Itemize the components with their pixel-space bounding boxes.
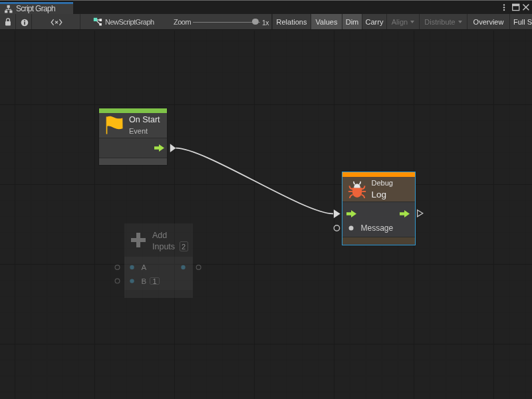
tab-script-graph[interactable]: Script Graph — [0, 1, 73, 14]
value-input-port-dot[interactable] — [348, 225, 354, 231]
trigger-input-arrow-icon[interactable] — [346, 210, 356, 217]
carry-button[interactable]: Carry — [362, 14, 386, 29]
values-button[interactable]: Values — [311, 14, 342, 29]
node-on-start[interactable]: On Start Event — [98, 108, 168, 166]
close-icon[interactable] — [522, 0, 530, 14]
toolbar: NewScriptGraph Zoom 1x Relations Values … — [0, 14, 532, 30]
node-on-start-subtitle: Event — [129, 127, 148, 135]
toolbar-buttons: Relations Values Dim Carry Align Distrib… — [272, 14, 532, 29]
graph-name-label[interactable]: NewScriptGraph — [105, 18, 154, 26]
node-on-start-footer — [99, 158, 167, 166]
align-button[interactable]: Align — [386, 14, 419, 29]
trigger-output-arrow-icon[interactable] — [154, 144, 164, 152]
overview-button[interactable]: Overview — [467, 14, 509, 29]
dropdown-arrow-icon — [458, 21, 462, 23]
code-variables-icon[interactable] — [51, 19, 63, 26]
script-graph-icon — [5, 5, 13, 13]
zoom-value: 1x — [262, 19, 269, 27]
zoom-slider-handle[interactable] — [252, 19, 259, 25]
node-add-ports — [124, 223, 193, 298]
maximize-icon[interactable] — [512, 0, 520, 14]
node-debug-message-label: Message — [361, 223, 394, 233]
trigger-output-arrow-icon[interactable] — [400, 210, 410, 217]
node-debug-color-bar — [342, 172, 415, 177]
graph-canvas[interactable]: On Start Event Add Inputs 2 A B 1 — [0, 31, 532, 399]
distribute-button[interactable]: Distribute — [419, 14, 467, 29]
node-debug-surtitle: Debug — [372, 179, 393, 187]
node-debug-title: Log — [372, 190, 387, 200]
full-screen-button[interactable]: Full Screen — [509, 14, 532, 29]
node-debug-log[interactable]: Debug Log Message — [342, 172, 416, 245]
flag-icon — [106, 116, 124, 135]
lock-icon[interactable] — [5, 17, 11, 27]
info-icon[interactable] — [21, 19, 29, 27]
tab-bar: Script Graph — [0, 0, 532, 14]
zoom-label: Zoom — [174, 18, 191, 26]
canvas-grid — [0, 31, 532, 399]
dropdown-arrow-icon — [410, 21, 414, 23]
bug-icon — [348, 180, 366, 200]
node-add-inputs[interactable]: Add Inputs 2 A B 1 — [124, 223, 193, 298]
graph-asset-icon — [93, 17, 102, 27]
script-graph-window: Script Graph — [0, 0, 532, 399]
relations-button[interactable]: Relations — [272, 14, 311, 29]
node-on-start-title: On Start — [129, 115, 160, 124]
dim-button[interactable]: Dim — [342, 14, 362, 29]
tab-title: Script Graph — [16, 4, 55, 13]
zoom-slider-track[interactable] — [193, 22, 260, 23]
kebab-menu-icon[interactable] — [502, 0, 506, 14]
node-debug-footer — [342, 237, 415, 245]
